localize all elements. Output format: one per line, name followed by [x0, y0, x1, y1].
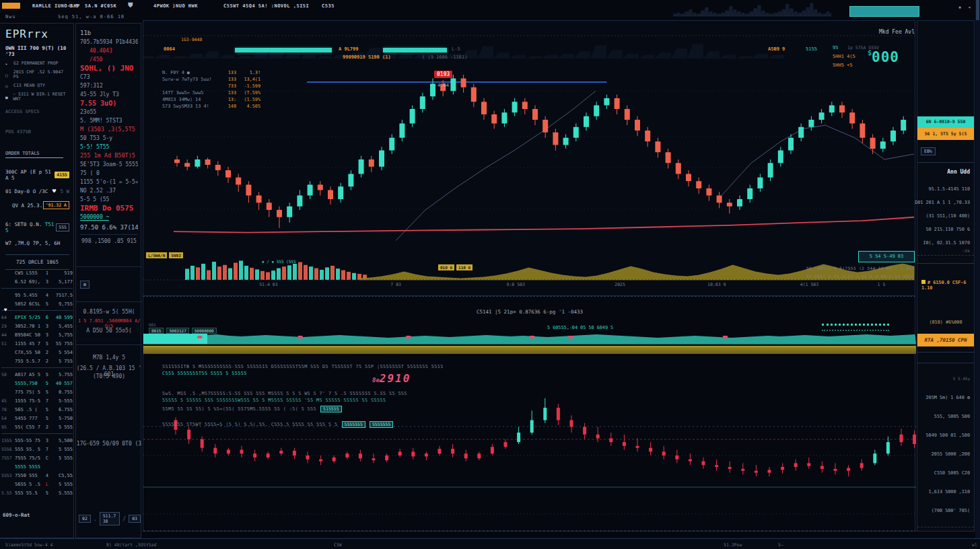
level-row[interactable]: (700 500' 705(: [932, 508, 970, 513]
table-row[interactable]: 5555 5555: [1, 462, 73, 471]
account-row[interactable]: D01 201 A 1 1 ,70.33: [915, 200, 970, 205]
quote-line[interactable]: 597:312: [80, 83, 138, 89]
alert-row[interactable]: # 6150.0 C5F-6 1.10: [921, 280, 974, 291]
button-mid[interactable]: 511.7 38: [100, 512, 120, 525]
quote-line[interactable]: 7.55 3uO): [80, 100, 138, 106]
quote-line[interactable]: 5-5! 5T55: [80, 144, 138, 150]
table-row[interactable]: 5052 6C5L59,755: [1, 299, 73, 308]
table-row[interactable]: 70565 .5 ( 5056.755: [1, 405, 73, 414]
gear-icon[interactable]: ⚙: [965, 395, 970, 400]
vol-badge-2[interactable]: 110 6: [456, 264, 473, 270]
table-row[interactable]: 44B9504C 5035,755: [1, 330, 73, 339]
menu-item-3[interactable]: 5A.N #C05K: [85, 3, 116, 9]
amber-highlight-row[interactable]: RTA ,70150 CPN: [917, 334, 974, 346]
table-row[interactable]: 451555 75-5575-555: [1, 396, 73, 405]
table-row[interactable]: 9555( C55 7525 555: [1, 423, 73, 431]
stat-row3-badge[interactable]: '91.32 A: [43, 201, 69, 209]
quote-line[interactable]: 50 T53 5-y: [80, 135, 138, 141]
sidebar-option-4[interactable]: ■~ 5311 W DIR-1 RESET WNT: [5, 92, 69, 102]
menu-item-4[interactable]: 4PWOK )NUO HWK: [153, 3, 198, 9]
lower-para-4-badge-1[interactable]: 5555555: [342, 421, 365, 428]
table-row[interactable]: 5.55555 55.5 5555.555: [1, 488, 73, 497]
menu-item-6[interactable]: C535: [322, 3, 335, 9]
chart-action-button[interactable]: 5 54 5-49 03: [858, 251, 915, 262]
scrollbar-thumb[interactable]: [976, 0, 979, 20]
table-row[interactable]: 64EPIX 5/250640 599: [1, 313, 73, 322]
quote-line[interactable]: 998 ,1500 .05 915: [80, 238, 138, 244]
quote-line[interactable]: 75 ( 0: [80, 170, 138, 176]
news-label[interactable]: Nws: [5, 14, 16, 20]
mode-badge-2[interactable]: 5N93: [169, 252, 182, 258]
quote-line[interactable]: 45-55 Jly T3: [80, 92, 138, 98]
strategy-header-bar[interactable]: 56 1, 5T5 5y 5(5: [917, 128, 974, 140]
quote-line[interactable]: 40.4043: [80, 48, 138, 54]
lower-para-4-badge-2[interactable]: 5555555: [370, 421, 393, 428]
position-header-bar[interactable]: 6N 6-0910-9 550: [917, 116, 974, 128]
session-indicator-button[interactable]: [849, 6, 919, 17]
table-row[interactable]: 545455 777 5555-750: [1, 414, 73, 423]
row-name: CW5 L555 75: [15, 270, 40, 276]
level-row[interactable]: 2055 5000 ,200: [932, 451, 970, 457]
quote-line[interactable]: 23o55: [80, 109, 138, 115]
table-row[interactable]: 50A017 A5 5%55.755: [1, 370, 73, 379]
heart-icon[interactable]: ♥: [53, 188, 56, 194]
sidebar-option-3[interactable]: ○C13 MEAN QTY: [5, 83, 69, 88]
table-row[interactable]: 755 5.5.7525 755: [1, 357, 73, 365]
table-row[interactable]: 5655 5 .555L5 555: [1, 480, 73, 488]
quote-line[interactable]: 255 1m Ad B50T)5: [80, 153, 138, 159]
table-row[interactable]: 6.52 69), 5(35,177: [1, 277, 73, 286]
button-02[interactable]: 02: [79, 515, 91, 523]
grid-tool-button[interactable]: ⊞: [80, 281, 90, 289]
quote-line[interactable]: 705.7b5934 P1b443699: [80, 39, 138, 45]
right-scroll-strip[interactable]: [975, 0, 980, 549]
quote-line[interactable]: C73: [80, 74, 138, 80]
quote-line[interactable]: 5E'5T3 3oam-5 5555 5: [80, 161, 138, 168]
table-row[interactable]: 5555,750 75540 557: [1, 379, 73, 388]
table-row[interactable]: 293052.70 1 9535,455: [1, 322, 73, 330]
quote-line[interactable]: NO 2.52 .37: [80, 188, 138, 194]
mode-badge-1[interactable]: L/5WA/N: [146, 252, 167, 258]
table-row[interactable]: CW5 L555 751519: [1, 268, 73, 277]
quote-line[interactable]: /450: [80, 57, 138, 63]
account-row[interactable]: (31 551,(10 400): [926, 213, 970, 219]
quote-line[interactable]: 5000000 ~: [80, 214, 109, 221]
table-row[interactable]: 1555555-55 75535,500: [1, 436, 73, 445]
vol-badge-1[interactable]: 010 6: [438, 264, 454, 270]
table-row[interactable]: 511155 45 70555 755: [1, 339, 73, 348]
table-row[interactable]: 55537550 555 15A4C5,55: [1, 471, 73, 480]
sidebar-option-1[interactable]: ▸G2 PERMANENT PROP: [5, 61, 69, 66]
level-row[interactable]: C550 5005 C20: [934, 470, 970, 476]
quote-line[interactable]: 5-5 5 (55: [80, 196, 138, 203]
account-row[interactable]: 50 215.110 750 6: [926, 227, 970, 232]
quote-line[interactable]: 11b: [80, 30, 138, 36]
quote-line[interactable]: 5. 5MM! 5TST3: [80, 118, 138, 124]
table-row[interactable]: 75577555 75/55C5 555: [1, 453, 73, 462]
table-row[interactable]: 5556555 55. 5%75 555: [1, 445, 73, 453]
account-row[interactable]: 95.1.5-4145 110: [929, 186, 970, 192]
lower-para-3-badge[interactable]: 515555: [320, 406, 341, 412]
collapse-icon[interactable]: ◂: [968, 5, 971, 10]
table-row[interactable]: 775 75( 5550.755: [1, 388, 73, 396]
quote-line[interactable]: IRMB Do 0575 010: [80, 205, 138, 211]
button-03[interactable]: 03: [129, 515, 141, 523]
main-candlestick-chart[interactable]: [143, 21, 916, 297]
menu-item-5[interactable]: C55WT 45Q4 5A! :NOVOL ,5I5I: [223, 3, 309, 9]
table-row[interactable]: 95 5.455 .3347517.5: [1, 291, 73, 299]
stat-row4-badge[interactable]: 555: [56, 223, 69, 231]
alert-badge[interactable]: 0193: [434, 71, 452, 78]
quote-line[interactable]: M (3503 ,3(5,5T5: [80, 126, 138, 133]
table-row[interactable]: C7X,55 5025 554: [1, 348, 73, 357]
stat-row1-badge[interactable]: 4155: [55, 172, 69, 178]
window-icon[interactable]: ▪: [958, 5, 961, 10]
level-row[interactable]: 205M 5m) 1 640 ⚙: [926, 395, 970, 400]
level-row[interactable]: 555, 5005 500: [934, 414, 970, 419]
quote-line[interactable]: SOHL, () JNO: [80, 65, 138, 71]
quote-line[interactable]: 97.50 6.6% 37(14.6: [80, 225, 138, 231]
eb-button[interactable]: EB%: [921, 147, 936, 155]
account-row[interactable]: I0(, 02.31.5 1070: [923, 240, 970, 246]
level-row[interactable]: 5049 500 01 ,500: [926, 433, 970, 438]
level-row[interactable]: 1,613 5000 ,110: [929, 489, 970, 495]
sidebar-option-2[interactable]: ▢2015 CHF .52 5-9047 PS: [5, 70, 69, 79]
quote-line[interactable]: 1155 5'o-(1 = 5-5= :3: [80, 179, 138, 185]
menu-item-2[interactable]: U.5: [69, 3, 79, 9]
